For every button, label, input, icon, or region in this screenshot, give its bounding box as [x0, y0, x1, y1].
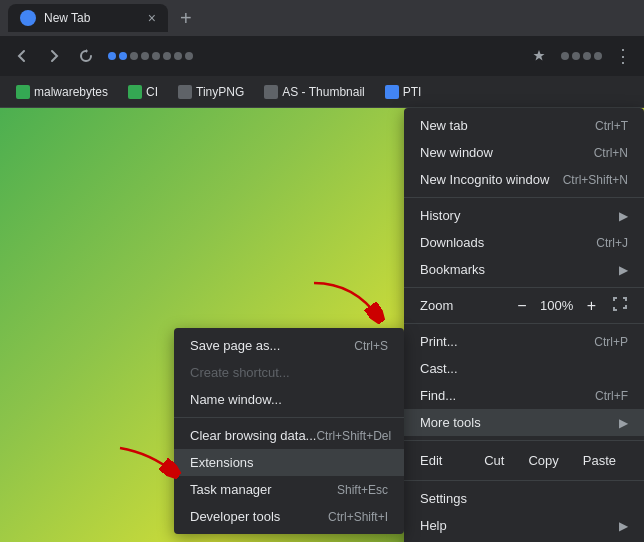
copy-btn[interactable]: Copy — [516, 449, 570, 472]
fullscreen-btn[interactable] — [612, 296, 628, 315]
bookmark-label: AS - Thumbnail — [282, 85, 364, 99]
main-context-menu: New tab Ctrl+T New window Ctrl+N New Inc… — [404, 108, 644, 542]
ext-dot — [583, 52, 591, 60]
ext-dot — [561, 52, 569, 60]
submenu-item-create-shortcut[interactable]: Create shortcut... — [174, 359, 404, 386]
main-menu-btn[interactable]: ⋮ — [610, 41, 636, 71]
submenu-item-clear-browsing[interactable]: Clear browsing data... Ctrl+Shift+Del — [174, 422, 404, 449]
dot — [130, 52, 138, 60]
bookmark-favicon — [16, 85, 30, 99]
zoom-label: Zoom — [420, 298, 453, 313]
menu-item-incognito[interactable]: New Incognito window Ctrl+Shift+N — [404, 166, 644, 193]
submenu-item-extensions[interactable]: Extensions — [174, 449, 404, 476]
submenu-item-dev-tools[interactable]: Developer tools Ctrl+Shift+I — [174, 503, 404, 530]
tab-bar: New Tab × + — [0, 0, 644, 36]
menu-item-new-window[interactable]: New window Ctrl+N — [404, 139, 644, 166]
dot — [141, 52, 149, 60]
zoom-plus-btn[interactable]: + — [583, 297, 600, 315]
menu-item-more-tools[interactable]: More tools ▶ — [404, 409, 644, 436]
arrow-indicator-1 — [304, 273, 394, 337]
bookmark-label: CI — [146, 85, 158, 99]
menu-item-find[interactable]: Find... Ctrl+F — [404, 382, 644, 409]
bookmark-tinypng[interactable]: TinyPNG — [170, 83, 252, 101]
menu-divider — [404, 440, 644, 441]
page-content: New tab Ctrl+T New window Ctrl+N New Inc… — [0, 108, 644, 542]
edit-label: Edit — [420, 453, 442, 468]
bookmark-pti[interactable]: PTI — [377, 83, 430, 101]
menu-divider — [404, 323, 644, 324]
menu-item-cast[interactable]: Cast... — [404, 355, 644, 382]
reload-btn[interactable] — [72, 42, 100, 70]
menu-zoom-row: Zoom − 100% + — [404, 292, 644, 319]
browser-chrome: New Tab × + — [0, 0, 644, 108]
menu-item-new-tab[interactable]: New tab Ctrl+T — [404, 112, 644, 139]
forward-btn[interactable] — [40, 42, 68, 70]
more-tools-submenu: Save page as... Ctrl+S Create shortcut..… — [174, 328, 404, 534]
menu-item-history[interactable]: History ▶ — [404, 202, 644, 229]
bookmarks-bar: malwarebytes CI TinyPNG AS - Thumbnail P… — [0, 76, 644, 108]
dot — [119, 52, 127, 60]
zoom-value: 100% — [539, 298, 575, 313]
toolbar: ⋮ — [0, 36, 644, 76]
ext-dot — [572, 52, 580, 60]
menu-item-settings[interactable]: Settings — [404, 485, 644, 512]
extensions-area — [561, 52, 602, 60]
tab-favicon — [20, 10, 36, 26]
dot — [174, 52, 182, 60]
star-btn[interactable] — [525, 42, 553, 70]
menu-divider — [404, 287, 644, 288]
new-tab-btn[interactable]: + — [172, 7, 200, 30]
submenu-item-task-manager[interactable]: Task manager Shift+Esc — [174, 476, 404, 503]
bookmark-label: PTI — [403, 85, 422, 99]
menu-item-print[interactable]: Print... Ctrl+P — [404, 328, 644, 355]
menu-divider — [404, 480, 644, 481]
back-btn[interactable] — [8, 42, 36, 70]
bookmark-favicon — [178, 85, 192, 99]
paste-btn[interactable]: Paste — [571, 449, 628, 472]
dot — [185, 52, 193, 60]
bookmark-favicon — [264, 85, 278, 99]
bookmark-favicon — [128, 85, 142, 99]
address-bar[interactable] — [108, 52, 517, 60]
bookmark-as-thumbnail[interactable]: AS - Thumbnail — [256, 83, 372, 101]
bookmark-label: malwarebytes — [34, 85, 108, 99]
active-tab[interactable]: New Tab × — [8, 4, 168, 32]
arrow-indicator-2 — [110, 438, 190, 492]
menu-item-bookmarks[interactable]: Bookmarks ▶ — [404, 256, 644, 283]
menu-item-downloads[interactable]: Downloads Ctrl+J — [404, 229, 644, 256]
bookmark-label: TinyPNG — [196, 85, 244, 99]
zoom-minus-btn[interactable]: − — [513, 297, 530, 315]
tab-close-btn[interactable]: × — [148, 10, 156, 26]
dot — [163, 52, 171, 60]
dot — [108, 52, 116, 60]
submenu-item-name-window[interactable]: Name window... — [174, 386, 404, 413]
cut-btn[interactable]: Cut — [472, 449, 516, 472]
ext-dot — [594, 52, 602, 60]
menu-divider — [404, 197, 644, 198]
tab-title: New Tab — [44, 11, 90, 25]
edit-row: Edit Cut Copy Paste — [404, 445, 644, 476]
bookmark-malwarebytes[interactable]: malwarebytes — [8, 83, 116, 101]
menu-item-help[interactable]: Help ▶ — [404, 512, 644, 539]
submenu-divider — [174, 417, 404, 418]
red-arrow-extensions — [110, 438, 190, 488]
dot — [152, 52, 160, 60]
bookmark-ci[interactable]: CI — [120, 83, 166, 101]
bookmark-favicon — [385, 85, 399, 99]
red-arrow-more-tools — [304, 273, 394, 333]
